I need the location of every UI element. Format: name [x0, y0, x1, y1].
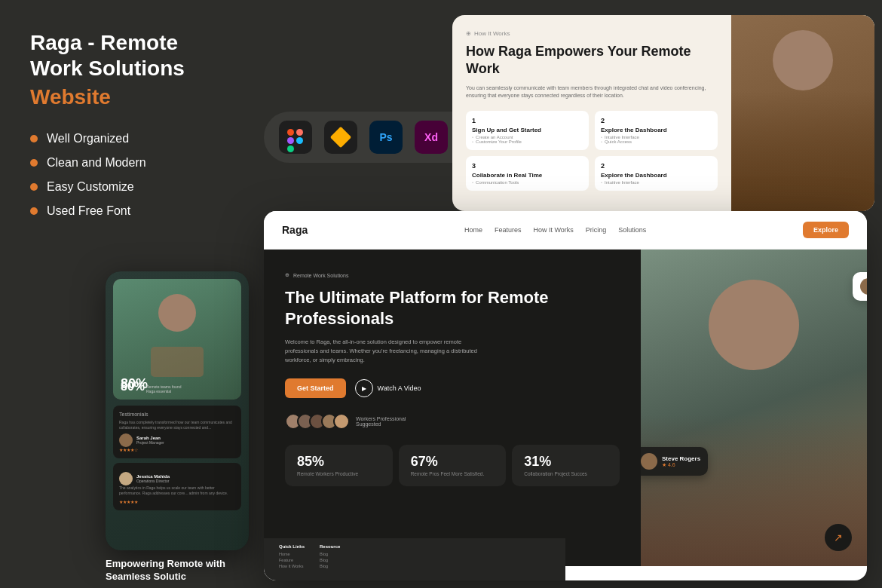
- stat3-label: Collaboration Project Succes: [524, 471, 608, 477]
- person1-avatar: [119, 433, 133, 447]
- mobile-progress: 80%: [121, 380, 145, 394]
- nav-links: Home Features How It Works Pricing Solut…: [464, 226, 646, 234]
- hiw-content: How It Works How Raga Empowers Your Remo…: [452, 15, 731, 211]
- hero-section: Remote Work Solutions The Ultimate Platf…: [264, 250, 867, 566]
- stat1-label: Remote Workers Productive: [297, 471, 381, 477]
- step4-item1: Intuitive Interface: [601, 180, 712, 185]
- step3-title: Collaborate in Real Time: [472, 172, 583, 179]
- sketch-icon: [332, 129, 349, 145]
- step2-item2: Quick Access: [601, 139, 712, 144]
- hiw-step-4: 2 Explore the Dashboard Intuitive Interf…: [595, 156, 718, 191]
- preview-nav: Raga Home Features How It Works Pricing …: [264, 211, 867, 250]
- hero-right: Natasha ★ 4.9 Steve Rogers ★ 4.6 ↗: [641, 250, 867, 566]
- step3-num: 3: [472, 162, 583, 170]
- main-title: Raga - Remote Work Solutions: [30, 30, 226, 81]
- feature-label-1: Well Organized: [47, 132, 129, 145]
- sketch-diamond: [330, 127, 351, 148]
- figma-dot-tl: [287, 129, 294, 136]
- figma-dot-bl: [287, 145, 294, 152]
- hiw-steps: 1 Sign Up and Get Started Create an Acco…: [466, 111, 718, 191]
- figma-dot-tr: [296, 129, 303, 136]
- nav-link-features[interactable]: Features: [495, 226, 522, 234]
- figma-icon: [287, 129, 304, 145]
- step1-num: 1: [472, 117, 583, 124]
- hiw-description: You can seamlessly communicate with team…: [466, 84, 718, 100]
- step3-item1: Communication Tools: [472, 180, 583, 185]
- hero-buttons: Get Started ▶ Watch A Video: [285, 378, 620, 398]
- video-label: Watch A Video: [378, 384, 421, 392]
- feature-label-3: Easy Customize: [47, 180, 134, 194]
- how-it-works-panel: How It Works How Raga Empowers Your Remo…: [452, 15, 874, 211]
- hero-description: Welcome to Raga, the all-in-one solution…: [285, 338, 496, 365]
- hiw-title: How Raga Empowers Your Remote Work: [466, 43, 718, 78]
- step2-num: 2: [601, 117, 712, 124]
- nav-link-home[interactable]: Home: [464, 226, 482, 234]
- person1-role: Project Manager: [136, 440, 164, 445]
- stat2-num: 67%: [411, 454, 495, 470]
- ps-icon: Ps: [379, 131, 392, 143]
- step4-num: 2: [601, 162, 712, 170]
- avatar-5: [333, 413, 350, 430]
- steve-avatar: [641, 453, 657, 470]
- hero-photo: Natasha ★ 4.9 Steve Rogers ★ 4.6 ↗: [641, 250, 867, 566]
- person1-stars: ★★★★☆: [119, 447, 235, 452]
- play-icon[interactable]: ▶: [355, 379, 373, 397]
- watch-video-button[interactable]: ▶ Watch A Video: [355, 379, 421, 397]
- nav-cta-button[interactable]: Explore: [803, 222, 849, 238]
- steve-card: Steve Rogers ★ 4.6: [641, 447, 708, 476]
- mobile-testimonial-card2: Jessica Mahida Operations Director The a…: [113, 463, 241, 510]
- hero-title: The Ultimate Platform for Remote Profess…: [285, 287, 620, 329]
- mobile-testimonial-label: Testimonials: [119, 412, 235, 417]
- step4-title: Explore the Dashboard: [601, 172, 712, 179]
- nav-link-pricing[interactable]: Pricing: [586, 226, 607, 234]
- stat-2: 67% Remote Pros Feel More Satisfied.: [399, 445, 507, 486]
- hero-stats: 85% Remote Workers Productive 67% Remote…: [285, 445, 620, 486]
- bullet-1: [30, 135, 38, 142]
- step1-item2: Customize Your Profile: [472, 139, 583, 144]
- feature-item-2: Clean and Modern: [30, 156, 226, 170]
- stat2-label: Remote Pros Feel More Satisfied.: [411, 471, 495, 477]
- steve-info: Steve Rogers ★ 4.6: [662, 455, 700, 468]
- feature-label-4: Used Free Font: [47, 204, 130, 218]
- figma-dot-ml: [287, 137, 294, 144]
- hiw-photo: [731, 15, 874, 211]
- natasha-avatar: [860, 278, 867, 295]
- stat1-num: 85%: [297, 454, 381, 470]
- person2-role: Operations Director: [136, 479, 170, 483]
- ps-tool: Ps: [369, 121, 403, 154]
- subtitle: Website: [30, 85, 226, 109]
- get-started-button[interactable]: Get Started: [285, 378, 346, 398]
- feature-item-4: Used Free Font: [30, 204, 226, 218]
- hero-badge: Remote Work Solutions: [285, 272, 620, 278]
- step2-title: Explore the Dashboard: [601, 127, 712, 133]
- stat-1: 85% Remote Workers Productive: [285, 445, 393, 486]
- sketch-tool: [324, 121, 357, 154]
- nav-logo: Raga: [282, 224, 308, 236]
- nav-link-howitworks[interactable]: How It Works: [533, 226, 573, 234]
- website-preview: Raga Home Features How It Works Pricing …: [264, 211, 867, 580]
- hiw-step-1: 1 Sign Up and Get Started Create an Acco…: [466, 111, 589, 150]
- hiw-step-2: 2 Explore the Dashboard Intuitive Interf…: [595, 111, 718, 150]
- steve-stars: ★ 4.6: [662, 462, 700, 468]
- hero-left: Remote Work Solutions The Ultimate Platf…: [264, 250, 641, 566]
- xd-icon: Xd: [424, 131, 438, 143]
- mobile-person1: Sarah Jean Project Manager: [119, 433, 235, 447]
- person2-stars: ★★★★★: [119, 499, 235, 504]
- figma-dot-mr: [296, 137, 303, 144]
- steve-name: Steve Rogers: [662, 455, 700, 462]
- hiw-step-3: 3 Collaborate in Real Time Communication…: [466, 156, 589, 191]
- feature-item-3: Easy Customize: [30, 180, 226, 194]
- mobile-bottom-text: Empowering Remote with Seamless Solutic: [106, 558, 249, 583]
- nav-link-solutions[interactable]: Solutions: [618, 226, 646, 234]
- mobile-mockup: 80% Remote teams foundRaga essential Tes…: [106, 271, 249, 550]
- bullet-4: [30, 207, 38, 215]
- xd-tool: Xd: [415, 121, 448, 154]
- stat3-num: 31%: [524, 454, 608, 470]
- feature-item-1: Well Organized: [30, 132, 226, 145]
- avatar-group: [285, 413, 350, 430]
- arrow-button[interactable]: ↗: [825, 524, 852, 551]
- step1-title: Sign Up and Get Started: [472, 127, 583, 133]
- feature-label-2: Clean and Modern: [47, 156, 146, 170]
- hiw-section-label: How It Works: [466, 30, 718, 37]
- figma-tool: [279, 121, 312, 154]
